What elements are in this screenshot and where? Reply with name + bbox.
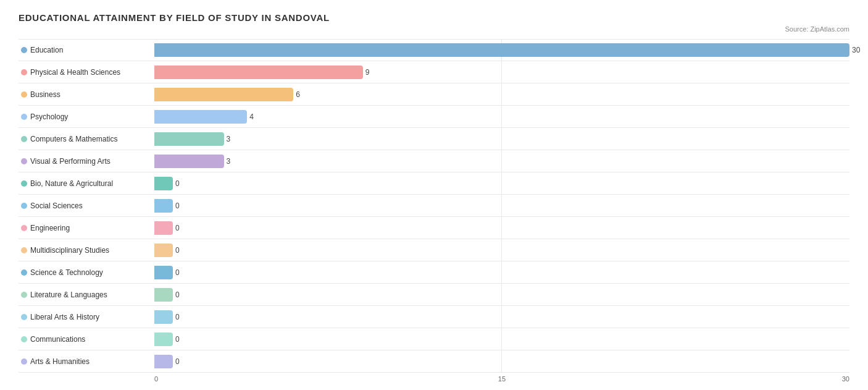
bar-value-label: 0 (175, 201, 180, 210)
bar-value-label: 4 (249, 112, 254, 121)
bar-color-dot (21, 336, 27, 342)
bar-value-label: 0 (175, 313, 180, 321)
bar-fill (154, 244, 173, 257)
bar-label-text: Business (30, 90, 61, 99)
bar-label-text: Physical & Health Sciences (30, 68, 120, 77)
bar-track: 0 (154, 306, 849, 328)
bar-color-dot (21, 69, 27, 75)
bar-value-label: 0 (175, 357, 180, 366)
bar-label-text: Visual & Performing Arts (30, 157, 111, 166)
bar-label: Communications (19, 334, 154, 345)
chart-area: Education30Physical & Health Sciences9Bu… (19, 39, 849, 373)
bar-fill (154, 155, 224, 168)
bar-label: Liberal Arts & History (19, 312, 154, 323)
bar-track: 3 (154, 150, 849, 172)
bar-track: 0 (154, 328, 849, 350)
bar-label-text: Arts & Humanities (30, 357, 90, 366)
bar-fill (154, 132, 224, 146)
bar-label: Bio, Nature & Agricultural (19, 178, 154, 189)
bar-track: 3 (154, 128, 849, 150)
bar-row: Literature & Languages0 (19, 284, 849, 306)
bar-value-label: 0 (175, 224, 180, 232)
bar-color-dot (21, 358, 27, 365)
bar-color-dot (21, 114, 27, 120)
bar-value-label: 0 (175, 335, 180, 344)
bar-track: 0 (154, 172, 849, 194)
bar-label-text: Liberal Arts & History (30, 313, 99, 321)
bar-row: Physical & Health Sciences9 (19, 61, 849, 83)
bar-label-text: Computers & Mathematics (30, 135, 117, 143)
bar-row: Bio, Nature & Agricultural0 (19, 172, 849, 195)
bar-color-dot (21, 203, 27, 209)
bar-label-text: Social Sciences (30, 201, 83, 210)
bar-label: Business (19, 89, 154, 100)
bar-label-text: Communications (30, 335, 85, 344)
bar-fill (154, 333, 173, 346)
bar-fill (154, 199, 173, 213)
bar-fill (154, 288, 173, 302)
bar-label: Engineering (19, 223, 154, 234)
bar-label-text: Multidisciplinary Studies (30, 246, 109, 255)
bar-row: Psychology4 (19, 106, 849, 128)
bar-label-text: Literature & Languages (30, 290, 107, 299)
bar-label: Social Sciences (19, 200, 154, 211)
bar-row: Social Sciences0 (19, 195, 849, 217)
bar-value-label: 30 (852, 46, 860, 54)
bar-row: Science & Technology0 (19, 261, 849, 284)
bar-track: 0 (154, 195, 849, 216)
bar-label: Computers & Mathematics (19, 134, 154, 145)
bar-row: Computers & Mathematics3 (19, 128, 849, 150)
bar-row: Liberal Arts & History0 (19, 306, 849, 328)
bar-row: Engineering0 (19, 217, 849, 239)
bar-label: Visual & Performing Arts (19, 156, 154, 167)
bar-color-dot (21, 292, 27, 298)
bar-label-text: Science & Technology (30, 268, 103, 277)
bar-fill (154, 43, 849, 57)
bar-row: Communications0 (19, 328, 849, 350)
bar-track: 0 (154, 239, 849, 261)
bar-track: 30 (154, 40, 849, 61)
bar-track: 4 (154, 106, 849, 127)
bar-label: Education (19, 45, 154, 56)
bar-label: Psychology (19, 111, 154, 122)
x-tick: 30 (618, 375, 849, 383)
bar-track: 0 (154, 284, 849, 305)
chart-container: EDUCATIONAL ATTAINMENT BY FIELD OF STUDY… (19, 12, 849, 383)
bar-fill (154, 355, 173, 368)
bar-track: 0 (154, 261, 849, 283)
bar-color-dot (21, 158, 27, 164)
bar-value-label: 0 (175, 290, 180, 299)
bar-fill (154, 110, 247, 124)
bar-color-dot (21, 314, 27, 320)
source: Source: ZipAtlas.com (19, 25, 849, 33)
bar-track: 6 (154, 83, 849, 105)
bar-color-dot (21, 136, 27, 142)
bar-value-label: 0 (175, 268, 180, 277)
bar-color-dot (21, 269, 27, 276)
bar-label: Multidisciplinary Studies (19, 245, 154, 256)
bar-row: Education30 (19, 39, 849, 61)
bar-label-text: Psychology (30, 112, 68, 121)
bar-fill (154, 177, 173, 190)
bar-value-label: 0 (175, 179, 180, 188)
bar-label-text: Bio, Nature & Agricultural (30, 179, 113, 188)
bar-label: Science & Technology (19, 267, 154, 278)
chart-title: EDUCATIONAL ATTAINMENT BY FIELD OF STUDY… (19, 12, 849, 23)
bar-value-label: 6 (296, 90, 300, 99)
bar-row: Multidisciplinary Studies0 (19, 239, 849, 261)
bar-color-dot (21, 225, 27, 231)
bar-label-text: Engineering (30, 224, 70, 232)
bar-fill (154, 88, 293, 101)
bar-track: 0 (154, 217, 849, 239)
bar-value-label: 0 (175, 246, 180, 255)
bar-track: 0 (154, 350, 849, 372)
bar-label: Arts & Humanities (19, 356, 154, 367)
bar-color-dot (21, 47, 27, 53)
bar-color-dot (21, 91, 27, 98)
x-axis: 01530 (19, 375, 849, 383)
bar-fill (154, 221, 173, 235)
bar-track: 9 (154, 61, 849, 83)
bar-row: Visual & Performing Arts3 (19, 150, 849, 172)
bar-row: Arts & Humanities0 (19, 350, 849, 373)
bar-label: Physical & Health Sciences (19, 67, 154, 78)
